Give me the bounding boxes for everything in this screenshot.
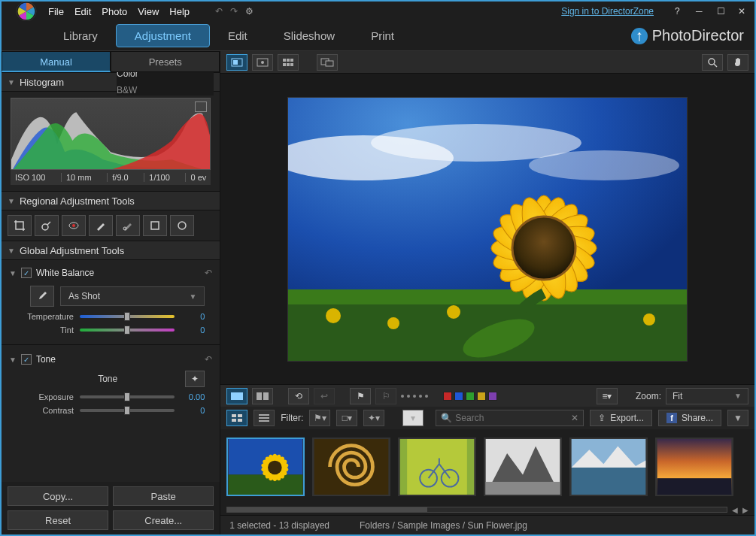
thumbnail-scrollbar[interactable]: ◀ ▶: [220, 504, 754, 515]
copy-button[interactable]: Copy...: [8, 486, 108, 506]
menu-view[interactable]: View: [138, 6, 159, 17]
menu-file[interactable]: File: [48, 6, 64, 17]
redo-icon[interactable]: ↷: [230, 6, 238, 17]
temperature-slider[interactable]: [80, 315, 175, 318]
scroll-left-icon[interactable]: ◀: [732, 506, 738, 514]
menu-edit[interactable]: Edit: [74, 6, 91, 17]
wb-eyedropper-icon[interactable]: [30, 286, 54, 307]
search-box[interactable]: 🔍 ✕: [436, 410, 584, 426]
exposure-slider[interactable]: [80, 395, 175, 398]
histogram-color-toggle[interactable]: Color: [117, 72, 214, 79]
menu-help[interactable]: Help: [169, 6, 190, 17]
pan-hand-icon[interactable]: [727, 54, 748, 71]
minimize-icon[interactable]: ─: [696, 6, 706, 17]
wb-preset-select[interactable]: As Shot ▼: [60, 286, 205, 306]
thumbnail-sunflower[interactable]: [226, 438, 305, 496]
reset-tone-icon[interactable]: ↶: [205, 354, 212, 365]
mode-print[interactable]: Print: [353, 25, 412, 47]
maximize-icon[interactable]: ☐: [717, 6, 727, 17]
upload-icon[interactable]: ↑: [631, 28, 648, 44]
radial-mask-tool-icon[interactable]: [170, 215, 194, 236]
mode-edit[interactable]: Edit: [210, 25, 266, 47]
scroll-right-icon[interactable]: ▶: [742, 506, 748, 514]
tone-checkbox[interactable]: ✓: [21, 354, 32, 365]
thumbnail-strip: [220, 429, 754, 504]
svg-point-10: [261, 61, 264, 64]
contrast-slider[interactable]: [80, 409, 175, 412]
thumb-list-icon[interactable]: [254, 410, 275, 426]
reset-wb-icon[interactable]: ↶: [205, 268, 212, 278]
help-icon[interactable]: ?: [675, 6, 685, 17]
view-single-icon[interactable]: [226, 54, 247, 71]
spot-removal-tool-icon[interactable]: [35, 215, 59, 236]
gradient-mask-tool-icon[interactable]: [143, 215, 167, 236]
section-global[interactable]: ▼ Global Adjustment Tools: [2, 241, 220, 260]
svg-rect-55: [263, 392, 269, 400]
menu-photo[interactable]: Photo: [102, 6, 127, 17]
reset-button[interactable]: Reset: [8, 510, 108, 530]
thumbnail-mountain-lake[interactable]: [569, 438, 648, 496]
clear-search-icon[interactable]: ✕: [571, 413, 578, 423]
section-histogram[interactable]: ▼ Histogram Color B&W: [2, 72, 220, 92]
brush-tool-icon[interactable]: [89, 215, 113, 236]
svg-rect-64: [229, 474, 303, 495]
close-icon[interactable]: ✕: [738, 6, 748, 17]
sort-icon[interactable]: ≡▾: [597, 388, 618, 404]
thumb-large-icon[interactable]: [226, 410, 247, 426]
undo-icon[interactable]: ↶: [215, 6, 223, 17]
thumbnail-sunset[interactable]: [655, 438, 733, 496]
crop-tool-icon[interactable]: [8, 215, 32, 236]
filter-rating-dropdown[interactable]: ✦▾: [363, 410, 384, 426]
auto-tone-wand-icon[interactable]: ✦: [185, 371, 205, 387]
export-button[interactable]: ⇪ Export...: [590, 410, 652, 426]
facebook-icon: f: [666, 413, 677, 423]
subsection-tone[interactable]: ▼ ✓ Tone ↶: [9, 351, 212, 368]
browser-view-single-icon[interactable]: [226, 388, 247, 404]
view-compare-icon[interactable]: [252, 54, 273, 71]
filter-label-dropdown[interactable]: □▾: [336, 410, 357, 426]
tab-presets[interactable]: Presets: [111, 51, 220, 72]
thumbnail-bicycle[interactable]: [398, 438, 476, 496]
svg-rect-62: [259, 420, 269, 422]
histogram-bw-toggle[interactable]: B&W: [117, 85, 214, 95]
tint-slider[interactable]: [80, 329, 175, 332]
filter-label: Filter:: [281, 413, 303, 423]
canvas-area[interactable]: [220, 74, 754, 384]
signin-link[interactable]: Sign in to DirectorZone: [561, 6, 654, 17]
view-grid-icon[interactable]: [278, 54, 299, 71]
white-balance-checkbox[interactable]: ✓: [21, 268, 32, 278]
thumbnail-peak-bw[interactable]: [484, 438, 562, 496]
flag-pick-icon[interactable]: ⚑: [350, 388, 371, 404]
search-input[interactable]: [455, 413, 568, 423]
histogram-canvas: [11, 98, 211, 170]
share-dropdown[interactable]: ▼: [727, 410, 748, 426]
filter-flag-dropdown[interactable]: ⚑▾: [309, 410, 330, 426]
clipping-warning-icon[interactable]: [195, 101, 207, 112]
paste-button[interactable]: Paste: [113, 486, 214, 506]
flag-reject-icon[interactable]: ⚐: [375, 388, 396, 404]
settings-gear-icon[interactable]: ⚙: [245, 6, 254, 17]
app-brand: ↑ PhotoDirector: [631, 27, 754, 44]
file-path: Folders / Sample Images / Sun Flower.jpg: [360, 520, 527, 531]
thumbnail-spiral[interactable]: [312, 438, 390, 496]
mode-adjustment[interactable]: Adjustment: [116, 24, 210, 47]
subsection-white-balance[interactable]: ▼ ✓ White Balance ↶: [9, 265, 212, 281]
create-button[interactable]: Create...: [113, 510, 214, 530]
svg-point-19: [709, 59, 715, 65]
filter-color-dropdown[interactable]: ▾: [402, 410, 424, 426]
section-regional[interactable]: ▼ Regional Adjustment Tools: [2, 191, 220, 210]
selection-brush-tool-icon[interactable]: [116, 215, 140, 236]
secondary-monitor-icon[interactable]: [317, 54, 338, 71]
tab-manual[interactable]: Manual: [2, 51, 111, 72]
rotate-icon[interactable]: ⟲: [288, 388, 309, 404]
mode-library[interactable]: Library: [45, 25, 116, 47]
color-label-swatches[interactable]: [443, 392, 497, 401]
mode-slideshow[interactable]: Slideshow: [266, 25, 353, 47]
zoom-tool-icon[interactable]: [702, 54, 723, 71]
browser-view-split-icon[interactable]: [252, 388, 273, 404]
share-button[interactable]: f Share...: [658, 410, 721, 426]
redeye-tool-icon[interactable]: [62, 215, 86, 236]
star-rating[interactable]: [401, 395, 428, 398]
zoom-select[interactable]: Fit ▼: [666, 388, 748, 404]
chevron-down-icon: ▼: [8, 247, 15, 255]
